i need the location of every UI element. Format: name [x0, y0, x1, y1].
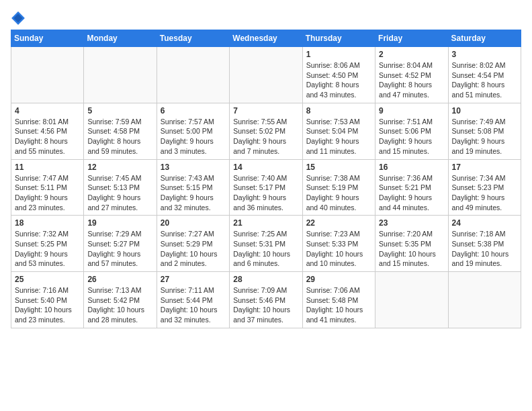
calendar-week-row: 4Sunrise: 8:01 AMSunset: 4:56 PMDaylight…	[11, 103, 521, 159]
calendar-cell	[84, 47, 157, 103]
day-info: Sunrise: 7:53 AMSunset: 5:04 PMDaylight:…	[306, 117, 371, 156]
day-number: 25	[15, 275, 80, 284]
day-info: Sunrise: 7:47 AMSunset: 5:11 PMDaylight:…	[15, 173, 80, 213]
day-number: 28	[233, 275, 298, 284]
calendar-cell: 2Sunrise: 8:04 AMSunset: 4:52 PMDaylight…	[375, 47, 448, 103]
day-number: 22	[306, 218, 371, 228]
calendar-table: SundayMondayTuesdayWednesdayThursdayFrid…	[11, 30, 521, 328]
day-number: 5	[87, 106, 152, 116]
day-info: Sunrise: 7:57 AMSunset: 5:00 PMDaylight:…	[161, 117, 226, 156]
calendar-cell: 11Sunrise: 7:47 AMSunset: 5:11 PMDayligh…	[11, 159, 84, 216]
day-info: Sunrise: 8:01 AMSunset: 4:56 PMDaylight:…	[15, 117, 80, 156]
column-header-wednesday: Wednesday	[230, 30, 302, 47]
calendar-cell: 23Sunrise: 7:20 AMSunset: 5:35 PMDayligh…	[375, 216, 448, 272]
day-number: 8	[306, 106, 371, 116]
day-info: Sunrise: 7:18 AMSunset: 5:38 PMDaylight:…	[452, 229, 517, 269]
calendar-cell: 24Sunrise: 7:18 AMSunset: 5:38 PMDayligh…	[448, 216, 521, 272]
calendar-cell: 6Sunrise: 7:57 AMSunset: 5:00 PMDaylight…	[157, 103, 229, 159]
day-info: Sunrise: 7:25 AMSunset: 5:31 PMDaylight:…	[233, 229, 298, 269]
day-number: 26	[87, 275, 152, 284]
day-info: Sunrise: 7:16 AMSunset: 5:40 PMDaylight:…	[15, 285, 80, 325]
day-number: 16	[379, 163, 444, 172]
day-number: 1	[306, 50, 371, 59]
calendar-cell	[448, 272, 521, 328]
day-number: 3	[452, 50, 517, 59]
day-info: Sunrise: 7:32 AMSunset: 5:25 PMDaylight:…	[15, 229, 80, 269]
day-info: Sunrise: 7:06 AMSunset: 5:48 PMDaylight:…	[306, 285, 371, 325]
day-info: Sunrise: 8:06 AMSunset: 4:50 PMDaylight:…	[306, 60, 371, 100]
calendar-cell: 9Sunrise: 7:51 AMSunset: 5:06 PMDaylight…	[375, 103, 448, 159]
column-header-saturday: Saturday	[448, 30, 521, 47]
calendar-cell	[157, 47, 229, 103]
day-info: Sunrise: 7:40 AMSunset: 5:17 PMDaylight:…	[233, 173, 298, 213]
day-number: 6	[161, 106, 226, 116]
calendar-cell: 15Sunrise: 7:38 AMSunset: 5:19 PMDayligh…	[302, 159, 375, 216]
calendar-cell: 29Sunrise: 7:06 AMSunset: 5:48 PMDayligh…	[302, 272, 375, 328]
calendar-cell	[11, 47, 84, 103]
calendar-cell: 27Sunrise: 7:11 AMSunset: 5:44 PMDayligh…	[157, 272, 229, 328]
day-info: Sunrise: 7:29 AMSunset: 5:27 PMDaylight:…	[87, 229, 152, 269]
day-info: Sunrise: 7:49 AMSunset: 5:08 PMDaylight:…	[452, 117, 517, 156]
day-info: Sunrise: 7:13 AMSunset: 5:42 PMDaylight:…	[87, 285, 152, 325]
calendar-cell: 7Sunrise: 7:55 AMSunset: 5:02 PMDaylight…	[230, 103, 302, 159]
day-info: Sunrise: 7:23 AMSunset: 5:33 PMDaylight:…	[306, 229, 371, 269]
calendar-cell: 20Sunrise: 7:27 AMSunset: 5:29 PMDayligh…	[157, 216, 229, 272]
day-info: Sunrise: 8:02 AMSunset: 4:54 PMDaylight:…	[452, 60, 517, 100]
day-number: 15	[306, 163, 371, 172]
calendar-week-row: 1Sunrise: 8:06 AMSunset: 4:50 PMDaylight…	[11, 47, 521, 103]
calendar-cell: 14Sunrise: 7:40 AMSunset: 5:17 PMDayligh…	[230, 159, 302, 216]
calendar-cell: 8Sunrise: 7:53 AMSunset: 5:04 PMDaylight…	[302, 103, 375, 159]
calendar-cell: 13Sunrise: 7:43 AMSunset: 5:15 PMDayligh…	[157, 159, 229, 216]
calendar-cell: 17Sunrise: 7:34 AMSunset: 5:23 PMDayligh…	[448, 159, 521, 216]
calendar-cell: 19Sunrise: 7:29 AMSunset: 5:27 PMDayligh…	[84, 216, 157, 272]
day-number: 7	[233, 106, 298, 116]
day-info: Sunrise: 7:11 AMSunset: 5:44 PMDaylight:…	[161, 285, 226, 325]
calendar-cell	[230, 47, 302, 103]
day-number: 23	[379, 218, 444, 228]
calendar-cell: 21Sunrise: 7:25 AMSunset: 5:31 PMDayligh…	[230, 216, 302, 272]
day-number: 29	[306, 275, 371, 284]
day-info: Sunrise: 7:09 AMSunset: 5:46 PMDaylight:…	[233, 285, 298, 325]
calendar-cell: 25Sunrise: 7:16 AMSunset: 5:40 PMDayligh…	[11, 272, 84, 328]
day-number: 24	[452, 218, 517, 228]
calendar-cell	[375, 272, 448, 328]
day-number: 17	[452, 163, 517, 172]
column-header-sunday: Sunday	[11, 30, 84, 47]
column-header-friday: Friday	[375, 30, 448, 47]
calendar-cell: 10Sunrise: 7:49 AMSunset: 5:08 PMDayligh…	[448, 103, 521, 159]
day-info: Sunrise: 7:55 AMSunset: 5:02 PMDaylight:…	[233, 117, 298, 156]
day-number: 2	[379, 50, 444, 59]
day-info: Sunrise: 7:51 AMSunset: 5:06 PMDaylight:…	[379, 117, 444, 156]
day-info: Sunrise: 7:59 AMSunset: 4:58 PMDaylight:…	[87, 117, 152, 156]
column-header-monday: Monday	[84, 30, 157, 47]
calendar-cell: 26Sunrise: 7:13 AMSunset: 5:42 PMDayligh…	[84, 272, 157, 328]
calendar-header-row: SundayMondayTuesdayWednesdayThursdayFrid…	[11, 30, 521, 47]
logo-icon	[11, 11, 26, 26]
day-number: 11	[15, 163, 80, 172]
day-number: 21	[233, 218, 298, 228]
calendar-cell: 4Sunrise: 8:01 AMSunset: 4:56 PMDaylight…	[11, 103, 84, 159]
day-number: 14	[233, 163, 298, 172]
day-number: 27	[161, 275, 226, 284]
day-info: Sunrise: 7:34 AMSunset: 5:23 PMDaylight:…	[452, 173, 517, 213]
calendar-cell: 12Sunrise: 7:45 AMSunset: 5:13 PMDayligh…	[84, 159, 157, 216]
day-info: Sunrise: 7:36 AMSunset: 5:21 PMDaylight:…	[379, 173, 444, 213]
day-info: Sunrise: 7:20 AMSunset: 5:35 PMDaylight:…	[379, 229, 444, 269]
calendar-cell: 18Sunrise: 7:32 AMSunset: 5:25 PMDayligh…	[11, 216, 84, 272]
calendar-week-row: 18Sunrise: 7:32 AMSunset: 5:25 PMDayligh…	[11, 216, 521, 272]
day-number: 9	[379, 106, 444, 116]
day-number: 13	[161, 163, 226, 172]
day-number: 12	[87, 163, 152, 172]
calendar-cell: 28Sunrise: 7:09 AMSunset: 5:46 PMDayligh…	[230, 272, 302, 328]
calendar-cell: 22Sunrise: 7:23 AMSunset: 5:33 PMDayligh…	[302, 216, 375, 272]
day-info: Sunrise: 7:27 AMSunset: 5:29 PMDaylight:…	[161, 229, 226, 269]
day-number: 20	[161, 218, 226, 228]
column-header-tuesday: Tuesday	[157, 30, 229, 47]
calendar-week-row: 25Sunrise: 7:16 AMSunset: 5:40 PMDayligh…	[11, 272, 521, 328]
day-info: Sunrise: 8:04 AMSunset: 4:52 PMDaylight:…	[379, 60, 444, 100]
logo	[11, 11, 28, 26]
column-header-thursday: Thursday	[302, 30, 375, 47]
calendar-week-row: 11Sunrise: 7:47 AMSunset: 5:11 PMDayligh…	[11, 159, 521, 216]
page-header	[11, 11, 521, 26]
day-info: Sunrise: 7:38 AMSunset: 5:19 PMDaylight:…	[306, 173, 371, 213]
